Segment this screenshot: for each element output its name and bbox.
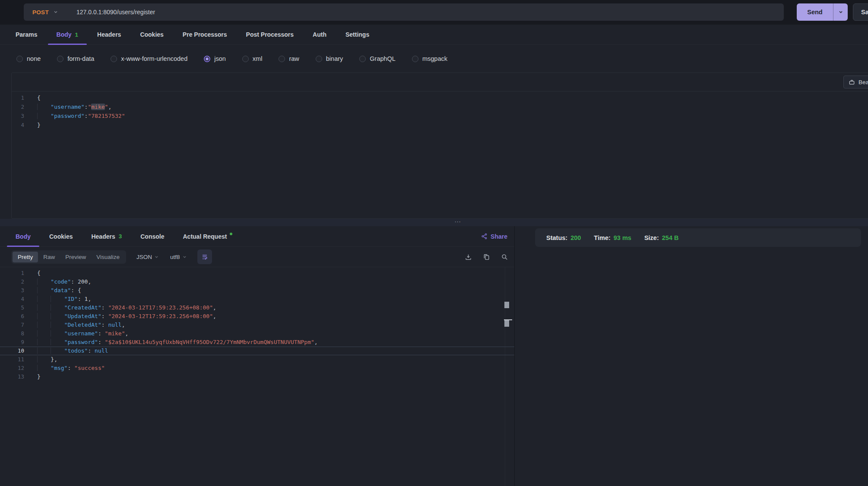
radio-label: json [214, 55, 226, 62]
line-number: 3 [12, 111, 24, 120]
body-type-graphql[interactable]: GraphQL [359, 55, 396, 62]
line-text: { [37, 93, 41, 102]
request-body-editor-lines[interactable]: 1{2 "username":"mike",3 "password":"7821… [12, 92, 868, 129]
line-number: 6 [0, 312, 24, 321]
response-tab-body[interactable]: Body [16, 226, 31, 246]
line-text: "code": 200, [37, 278, 91, 286]
line-text: "data": { [37, 286, 81, 295]
line-number: 4 [12, 120, 24, 129]
tab-post-processors[interactable]: Post Processors [246, 25, 294, 44]
tab-label: Body [57, 31, 72, 38]
download-response-icon[interactable] [465, 253, 472, 261]
url-input[interactable]: POST 127.0.0.1:8090/users/register [24, 3, 784, 21]
tab-label: Settings [345, 31, 369, 38]
copy-response-icon[interactable] [483, 253, 490, 261]
line-number: 4 [0, 295, 24, 303]
tab-label: Headers [91, 233, 115, 240]
line-text: "msg": "success" [37, 364, 105, 372]
body-type-json[interactable]: json [204, 55, 226, 62]
response-body-editor[interactable]: 1{2 "code": 200,3 "data": {4 "ID": 1,5 "… [0, 267, 514, 486]
tab-label: Params [16, 31, 38, 38]
tab-auth[interactable]: Auth [313, 25, 326, 44]
code-line: 8 "username": "mike", [0, 329, 514, 338]
line-number: 8 [0, 329, 24, 338]
drag-handle-icon[interactable]: ⋯ [454, 218, 462, 226]
size-value: 254 B [662, 234, 679, 241]
request-tabs: ParamsBody1HeadersCookiesPre ProcessorsP… [0, 25, 868, 45]
tab-cookies[interactable]: Cookies [140, 25, 163, 44]
save-button-label: Save [861, 9, 868, 16]
send-button-label[interactable]: Send [797, 3, 833, 21]
share-icon [481, 233, 488, 240]
tab-count-badge: 3 [119, 233, 122, 240]
encoding-value: utf8 [170, 254, 180, 260]
tab-status-dot [230, 233, 232, 235]
tab-headers[interactable]: Headers [97, 25, 121, 44]
response-body-editor-lines[interactable]: 1{2 "code": 200,3 "data": {4 "ID": 1,5 "… [0, 267, 514, 381]
response-panel: BodyCookiesHeaders3ConsoleActual Request… [0, 226, 515, 486]
code-line: 2 "code": 200, [0, 278, 514, 286]
time-label: Time: [594, 234, 610, 241]
tab-label: Auth [313, 31, 326, 38]
response-tab-headers[interactable]: Headers3 [91, 226, 122, 246]
line-number: 13 [0, 372, 24, 381]
share-label: Share [491, 233, 507, 240]
line-text: { [37, 269, 41, 278]
tab-label: Cookies [140, 31, 163, 38]
code-line: 12 "msg": "success" [0, 364, 514, 372]
tab-label: Post Processors [246, 31, 294, 38]
radio-label: form-data [67, 55, 94, 62]
word-wrap-toggle[interactable] [197, 249, 212, 264]
body-type-none[interactable]: none [16, 55, 41, 62]
code-line: 3 "data": { [0, 286, 514, 295]
send-options-chevron-icon[interactable] [833, 3, 848, 21]
api-client-app: POST 127.0.0.1:8090/users/register Send … [0, 0, 868, 486]
language-dropdown[interactable]: JSON [136, 254, 159, 260]
tab-body[interactable]: Body1 [57, 25, 79, 44]
panel-resize-divider[interactable]: ⋯ [0, 219, 868, 226]
tab-label: Actual Request [183, 233, 227, 240]
share-button[interactable]: Share [481, 233, 507, 240]
tab-params[interactable]: Params [16, 25, 38, 44]
body-type-binary[interactable]: binary [316, 55, 343, 62]
time-meta: Time: 93 ms [594, 234, 631, 241]
url-value[interactable]: 127.0.0.1:8090/users/register [76, 9, 155, 16]
search-response-icon[interactable] [501, 253, 508, 261]
radio-label: GraphQL [370, 55, 396, 62]
request-url-bar-row: POST 127.0.0.1:8090/users/register Send … [0, 0, 868, 25]
radio-icon [359, 56, 366, 62]
save-button[interactable]: Save [853, 3, 868, 21]
view-mode-visualize[interactable]: Visualize [91, 252, 125, 262]
method-chevron-down-icon[interactable] [53, 9, 58, 15]
response-tab-actual-request[interactable]: Actual Request [183, 226, 232, 246]
code-line: 2 "username":"mike", [12, 102, 868, 111]
view-mode-raw[interactable]: Raw [38, 252, 60, 262]
body-type-x-www-form-urlencoded[interactable]: x-www-form-urlencoded [111, 55, 187, 62]
body-type-xml[interactable]: xml [242, 55, 263, 62]
body-type-form-data[interactable]: form-data [57, 55, 94, 62]
response-tab-console[interactable]: Console [140, 226, 164, 246]
overview-ruler-mark[interactable] [504, 302, 509, 308]
overview-ruler-mark[interactable] [504, 320, 509, 327]
response-toolbar: PrettyRawPreviewVisualize JSON utf8 [0, 247, 514, 267]
send-button[interactable]: Send [797, 3, 848, 21]
size-meta: Size: 254 B [644, 234, 679, 241]
code-line: 13} [0, 372, 514, 381]
response-tab-cookies[interactable]: Cookies [49, 226, 73, 246]
view-mode-preview[interactable]: Preview [60, 252, 91, 262]
encoding-dropdown[interactable]: utf8 [170, 254, 187, 260]
tab-pre-processors[interactable]: Pre Processors [183, 25, 227, 44]
line-number: 1 [12, 93, 24, 102]
response-tool-icons [465, 253, 508, 261]
code-line: 4 "ID": 1, [0, 295, 514, 303]
method-selector[interactable]: POST [32, 9, 49, 16]
radio-label: raw [289, 55, 299, 62]
beautify-button[interactable]: Beautify [843, 76, 868, 88]
code-line: 5 "CreatedAt": "2024-03-12T17:59:23.256+… [0, 303, 514, 312]
body-type-msgpack[interactable]: msgpack [412, 55, 447, 62]
request-editor-header: Beautify [12, 73, 868, 92]
radio-icon [412, 56, 418, 62]
tab-settings[interactable]: Settings [345, 25, 369, 44]
view-mode-pretty[interactable]: Pretty [13, 252, 38, 262]
body-type-raw[interactable]: raw [279, 55, 299, 62]
